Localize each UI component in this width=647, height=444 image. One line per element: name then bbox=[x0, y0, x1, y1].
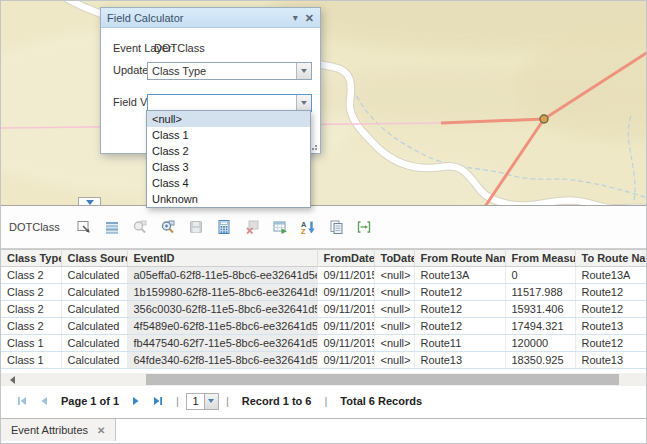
table-cell[interactable]: Route12 bbox=[575, 284, 647, 301]
map-canvas[interactable] bbox=[1, 1, 647, 206]
field-value-dropdown-button[interactable] bbox=[296, 95, 311, 111]
show-selected-records-button[interactable] bbox=[104, 219, 120, 235]
zoom-to-selected-button[interactable] bbox=[132, 219, 148, 235]
table-cell[interactable]: Route13 bbox=[575, 352, 647, 369]
table-collapse-tab[interactable] bbox=[78, 197, 101, 206]
table-row[interactable]: Class 2 Calculated 4f5489e0-62f8-11e5-8b… bbox=[1, 318, 647, 335]
column-header-class-source[interactable]: Class Source bbox=[61, 250, 127, 267]
table-row[interactable]: Class 1 Calculated 64fde340-62f8-11e5-8b… bbox=[1, 352, 647, 369]
tab-event-attributes[interactable]: Event Attributes ✕ bbox=[1, 419, 116, 441]
table-cell[interactable]: 17494.321 bbox=[505, 318, 575, 335]
page-select[interactable]: 1 bbox=[186, 393, 219, 410]
table-cell[interactable]: 356c0030-62f8-11e5-8bc6-ee32641d5ec9 bbox=[127, 301, 317, 318]
table-cell[interactable]: 09/11/2015 bbox=[317, 352, 374, 369]
table-cell[interactable]: Calculated bbox=[61, 352, 127, 369]
table-cell[interactable]: Route12 bbox=[414, 284, 505, 301]
table-cell[interactable]: <null> bbox=[374, 284, 414, 301]
page-select-dropdown-button[interactable] bbox=[204, 394, 218, 409]
save-results-button[interactable] bbox=[188, 219, 204, 235]
table-cell[interactable]: a05effa0-62f8-11e5-8bc6-ee32641d5ec9 bbox=[127, 267, 317, 284]
dialog-titlebar[interactable]: Field Calculator ▾ ✕ bbox=[101, 8, 320, 28]
table-cell[interactable]: Class 2 bbox=[1, 318, 61, 335]
collapse-icon[interactable]: ▾ bbox=[293, 13, 298, 23]
dropdown-option-class1[interactable]: Class 1 bbox=[147, 127, 310, 143]
table-row[interactable]: Class 1 Calculated fb447540-62f7-11e5-8b… bbox=[1, 335, 647, 352]
column-header-todate[interactable]: ToDate bbox=[374, 250, 414, 267]
table-row[interactable]: Class 2 Calculated 1b159980-62f8-11e5-8b… bbox=[1, 284, 647, 301]
scrollbar-thumb[interactable] bbox=[146, 374, 619, 385]
table-cell[interactable]: 0 bbox=[505, 267, 575, 284]
select-features-button[interactable] bbox=[76, 219, 92, 235]
table-cell[interactable]: 09/11/2015 bbox=[317, 335, 374, 352]
edit-records-button[interactable] bbox=[328, 219, 344, 235]
resize-grip-icon[interactable] bbox=[310, 143, 317, 150]
previous-page-button[interactable] bbox=[38, 395, 50, 407]
table-cell[interactable]: Class 2 bbox=[1, 267, 61, 284]
dropdown-option-class4[interactable]: Class 4 bbox=[147, 175, 310, 191]
table-row[interactable]: Class 2 Calculated a05effa0-62f8-11e5-8b… bbox=[1, 267, 647, 284]
sort-records-button[interactable]: AZ bbox=[300, 219, 316, 235]
add-records-button[interactable] bbox=[272, 219, 288, 235]
clear-selection-button[interactable] bbox=[244, 219, 260, 235]
update-field-dropdown-button[interactable] bbox=[296, 63, 311, 79]
table-cell[interactable]: <null> bbox=[374, 318, 414, 335]
scroll-left-icon[interactable] bbox=[10, 376, 15, 384]
table-cell[interactable]: Class 1 bbox=[1, 335, 61, 352]
table-cell[interactable]: Calculated bbox=[61, 284, 127, 301]
close-icon[interactable]: ✕ bbox=[97, 425, 105, 436]
table-cell[interactable]: Route11 bbox=[414, 335, 505, 352]
first-page-button[interactable] bbox=[16, 395, 28, 407]
table-cell[interactable]: Route12 bbox=[414, 318, 505, 335]
table-cell[interactable]: 09/11/2015 bbox=[317, 267, 374, 284]
column-header-from-route-name[interactable]: From Route Name bbox=[414, 250, 505, 267]
dropdown-option-class3[interactable]: Class 3 bbox=[147, 159, 310, 175]
table-row[interactable]: Class 2 Calculated 356c0030-62f8-11e5-8b… bbox=[1, 301, 647, 318]
table-cell[interactable]: 64fde340-62f8-11e5-8bc6-ee32641d5ec9 bbox=[127, 352, 317, 369]
table-cell[interactable]: 15931.406 bbox=[505, 301, 575, 318]
table-cell[interactable]: Class 2 bbox=[1, 284, 61, 301]
table-cell[interactable]: 09/11/2015 bbox=[317, 318, 374, 335]
table-cell[interactable]: Route13A bbox=[575, 267, 647, 284]
horizontal-scrollbar[interactable] bbox=[1, 373, 647, 386]
table-cell[interactable]: Calculated bbox=[61, 267, 127, 284]
table-cell[interactable]: 4f5489e0-62f8-11e5-8bc6-ee32641d5ec9 bbox=[127, 318, 317, 335]
table-cell[interactable]: Route13 bbox=[575, 318, 647, 335]
route-junction-marker[interactable] bbox=[540, 115, 548, 123]
dropdown-option-unknown[interactable]: Unknown bbox=[147, 191, 310, 207]
table-cell[interactable]: Class 2 bbox=[1, 301, 61, 318]
table-cell[interactable]: Calculated bbox=[61, 335, 127, 352]
column-header-eventid[interactable]: EventID bbox=[127, 250, 317, 267]
zoom-to-features-button[interactable] bbox=[160, 219, 176, 235]
column-header-fromdate[interactable]: FromDate bbox=[317, 250, 374, 267]
table-cell[interactable]: fb447540-62f7-11e5-8bc6-ee32641d5ec9 bbox=[127, 335, 317, 352]
table-cell[interactable]: <null> bbox=[374, 267, 414, 284]
table-cell[interactable]: Class 1 bbox=[1, 352, 61, 369]
table-cell[interactable]: <null> bbox=[374, 301, 414, 318]
fit-columns-button[interactable] bbox=[356, 219, 372, 235]
table-cell[interactable]: Route12 bbox=[414, 301, 505, 318]
close-icon[interactable]: ✕ bbox=[305, 13, 314, 23]
column-header-class-type[interactable]: Class Type bbox=[1, 250, 61, 267]
table-cell[interactable]: Route12 bbox=[575, 301, 647, 318]
table-cell[interactable]: 1b159980-62f8-11e5-8bc6-ee32641d5ec9 bbox=[127, 284, 317, 301]
table-cell[interactable]: Route13A bbox=[414, 267, 505, 284]
next-page-button[interactable] bbox=[130, 395, 142, 407]
table-cell[interactable]: Calculated bbox=[61, 318, 127, 335]
field-calculator-button[interactable] bbox=[216, 219, 232, 235]
table-cell[interactable]: 120000 bbox=[505, 335, 575, 352]
table-cell[interactable]: 09/11/2015 bbox=[317, 284, 374, 301]
table-cell[interactable]: Calculated bbox=[61, 301, 127, 318]
table-cell[interactable]: 11517.988 bbox=[505, 284, 575, 301]
table-cell[interactable]: Route12 bbox=[575, 335, 647, 352]
table-cell[interactable]: 09/11/2015 bbox=[317, 301, 374, 318]
table-cell[interactable]: 18350.925 bbox=[505, 352, 575, 369]
update-field-select[interactable]: Class Type bbox=[147, 62, 312, 80]
column-header-to-route-name[interactable]: To Route Name bbox=[575, 250, 647, 267]
table-cell[interactable]: Route13 bbox=[414, 352, 505, 369]
dropdown-option-null[interactable]: <null> bbox=[147, 111, 310, 127]
column-header-from-measure[interactable]: From Measure bbox=[505, 250, 575, 267]
table-cell[interactable]: <null> bbox=[374, 335, 414, 352]
last-page-button[interactable] bbox=[152, 395, 164, 407]
table-cell[interactable]: <null> bbox=[374, 352, 414, 369]
dropdown-option-class2[interactable]: Class 2 bbox=[147, 143, 310, 159]
